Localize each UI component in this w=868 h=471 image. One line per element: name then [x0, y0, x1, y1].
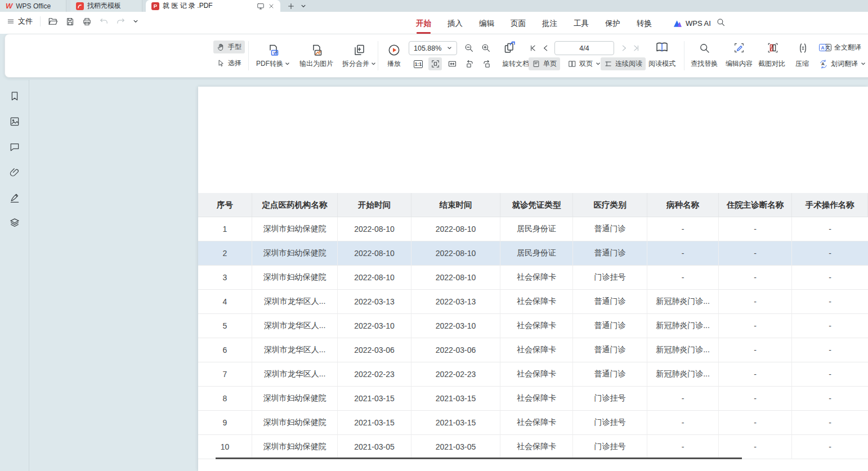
- page-number-input[interactable]: 4/4: [554, 41, 614, 55]
- hand-tool-button[interactable]: 手型: [213, 41, 245, 53]
- single-page-button[interactable]: 单页: [529, 57, 560, 70]
- undo-icon[interactable]: [99, 17, 109, 26]
- table-cell: 2022-03-06: [411, 338, 500, 362]
- table-cell: 社会保障卡: [500, 435, 573, 459]
- edit-pencil-icon: [733, 42, 745, 54]
- save-icon[interactable]: [65, 17, 75, 26]
- table-cell: 7: [198, 362, 252, 387]
- open-file-icon[interactable]: [48, 16, 58, 26]
- menu-插入[interactable]: 插入: [448, 16, 463, 31]
- rotate-left-button[interactable]: [463, 57, 477, 70]
- menu-批注[interactable]: 批注: [542, 16, 557, 31]
- tab-document-label: 就 医 记 录 .PDF: [163, 1, 213, 11]
- menu-转换[interactable]: 转换: [637, 16, 652, 31]
- find-replace-button[interactable]: 查找替换: [687, 57, 721, 70]
- redo-icon[interactable]: [116, 17, 126, 26]
- layers-panel-icon[interactable]: [7, 216, 23, 230]
- table-row: 8深圳市妇幼保健院2021-03-152021-03-15社会保障卡门诊挂号--…: [198, 387, 868, 411]
- pdf-convert-button[interactable]: W PDF转换: [252, 39, 294, 72]
- pdf-convert-label: PDF转换: [256, 59, 283, 69]
- find-replace-button-icon[interactable]: [696, 41, 712, 55]
- split-merge-button[interactable]: 拆分合并: [338, 39, 380, 72]
- table-cell: -: [719, 362, 792, 387]
- play-button[interactable]: 播放: [381, 39, 407, 72]
- table-header-cell: 就诊凭证类型: [500, 193, 573, 217]
- table-cell: 门诊挂号: [573, 387, 647, 411]
- bookmarks-panel-icon[interactable]: [7, 89, 23, 104]
- last-page-button[interactable]: [631, 42, 641, 55]
- screenshot-compare-button[interactable]: 截图对比: [755, 57, 789, 70]
- edit-content-button-icon[interactable]: [731, 41, 747, 55]
- zoom-out-button[interactable]: [462, 41, 476, 54]
- tab-docer[interactable]: 找稻壳模板: [70, 0, 142, 12]
- menu-工具[interactable]: 工具: [574, 16, 589, 31]
- menu-保护[interactable]: 保护: [605, 16, 620, 31]
- rotate-pages-icon: [503, 41, 517, 55]
- rotate-right-button[interactable]: [479, 57, 493, 70]
- export-image-button[interactable]: 输出为图片: [294, 39, 338, 72]
- prev-page-button[interactable]: [540, 42, 551, 55]
- table-cell: 2022-02-23: [338, 362, 411, 387]
- signature-pen-icon[interactable]: [7, 190, 23, 205]
- thumbnails-panel-icon[interactable]: [7, 114, 23, 129]
- table-cell: 普通门诊: [573, 290, 647, 314]
- tab-document[interactable]: P 就 医 记 录 .PDF: [146, 0, 280, 12]
- full-translate-button[interactable]: A文 全文翻译: [816, 41, 865, 54]
- table-row: 5深圳市龙华区人...2022-03-102022-03-10社会保障卡普通门诊…: [198, 314, 868, 338]
- double-page-button[interactable]: 双页: [565, 57, 604, 70]
- menu-开始[interactable]: 开始: [416, 16, 431, 31]
- tab-wps-home-label: WPS Office: [16, 2, 51, 10]
- fit-page-button[interactable]: [428, 57, 442, 70]
- first-page-button[interactable]: [527, 42, 538, 55]
- page-indicator: 4/4: [579, 44, 589, 52]
- pdf-file-icon: P: [151, 2, 159, 10]
- next-page-button[interactable]: [619, 42, 629, 55]
- table-cell: -: [719, 266, 792, 290]
- table-row: 3深圳市妇幼保健院2022-08-102022-08-10社会保障卡门诊挂号--…: [198, 266, 868, 290]
- reading-mode-button[interactable]: 阅读模式: [646, 57, 678, 70]
- single-page-label: 单页: [543, 59, 557, 69]
- tab-wps-home[interactable]: W WPS Office: [0, 0, 66, 12]
- new-tab-button[interactable]: [287, 2, 295, 10]
- actual-size-button[interactable]: 1:1: [411, 57, 425, 70]
- table-header-cell: 开始时间: [338, 193, 411, 217]
- screenshot-compare-button-icon[interactable]: [765, 41, 781, 55]
- table-cell: -: [792, 411, 868, 435]
- edit-content-label: 编辑内容: [726, 59, 753, 69]
- edit-content-button[interactable]: 编辑内容: [722, 57, 756, 70]
- menu-编辑[interactable]: 编辑: [479, 16, 494, 31]
- pdf-page[interactable]: 序号定点医药机构名称开始时间结束时间就诊凭证类型医疗类别病种名称住院主诊断名称手…: [198, 87, 868, 471]
- compress-button[interactable]: 压缩: [790, 57, 814, 70]
- compress-button-icon[interactable]: [795, 41, 810, 55]
- search-icon[interactable]: [716, 17, 726, 27]
- single-page-icon: [532, 60, 540, 68]
- table-cell: 2021-03-15: [411, 411, 500, 435]
- close-tab-icon[interactable]: [268, 3, 275, 10]
- fit-width-button[interactable]: [445, 57, 459, 70]
- wps-ai-button[interactable]: WPS AI: [673, 16, 711, 31]
- table-cell: 8: [198, 387, 252, 411]
- rotate-pages-button[interactable]: [502, 40, 518, 56]
- split-merge-label: 拆分合并: [342, 59, 369, 69]
- continuous-reading-button[interactable]: 连续阅读: [601, 57, 646, 70]
- quick-access-chevron-icon[interactable]: [133, 19, 138, 24]
- select-tool-button[interactable]: 选择: [213, 57, 245, 70]
- print-icon[interactable]: [82, 17, 92, 26]
- table-cell: 社会保障卡: [500, 362, 573, 387]
- table-header-row: 序号定点医药机构名称开始时间结束时间就诊凭证类型医疗类别病种名称住院主诊断名称手…: [198, 193, 868, 217]
- zoom-in-button[interactable]: [479, 41, 493, 54]
- prev-page-icon: [542, 44, 549, 52]
- attachments-panel-icon[interactable]: [7, 165, 23, 180]
- table-bottom-scrollbar[interactable]: [216, 457, 742, 459]
- comments-panel-icon[interactable]: [7, 140, 23, 154]
- reading-mode-button-icon[interactable]: [654, 39, 670, 55]
- chevron-down-icon: [447, 46, 452, 51]
- file-menu-button[interactable]: 文件: [7, 16, 33, 26]
- menu-页面[interactable]: 页面: [511, 16, 526, 31]
- table-cell: 深圳市妇幼保健院: [252, 241, 338, 266]
- monitor-icon[interactable]: [257, 2, 265, 10]
- zoom-level-select[interactable]: 105.88%: [409, 41, 457, 55]
- file-menu-label: 文件: [18, 16, 33, 26]
- word-translate-button[interactable]: A 划词翻译: [816, 57, 868, 70]
- tab-list-chevron-icon[interactable]: [301, 3, 306, 9]
